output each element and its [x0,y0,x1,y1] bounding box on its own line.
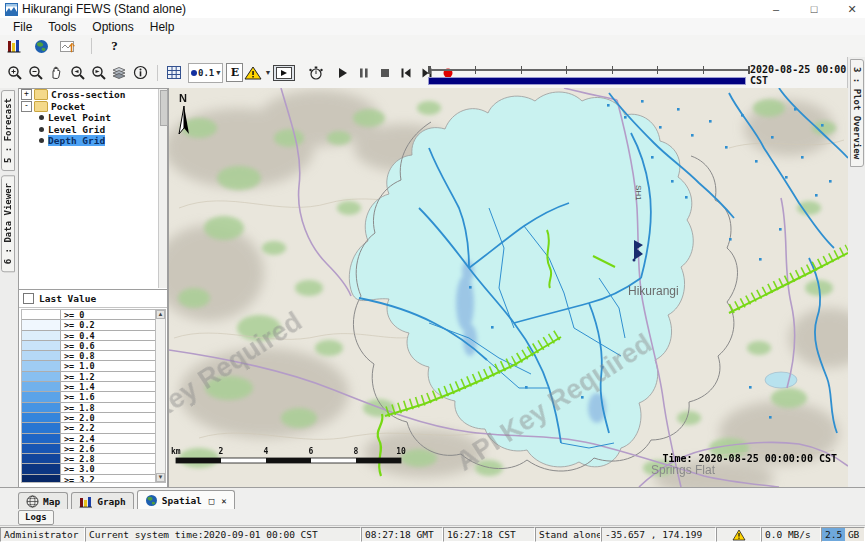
left-tab-strip: 5 : Forecast 6 : Data Viewer [0,88,19,487]
map-view[interactable]: SH1 API Key Required API Key Required Hi… [168,88,848,487]
tab-graph[interactable]: Graph [71,492,134,510]
timeseries-chart-icon[interactable] [58,35,79,57]
legend-toggle-button[interactable]: E [226,63,243,82]
svg-text:8: 8 [354,447,359,456]
legend-row: >= 2.4 [22,434,157,444]
tab-spatial-label: Spatial [162,495,202,506]
play-button-icon[interactable] [332,62,353,84]
legend-row-label: >= 2.8 [61,454,157,463]
layers-icon[interactable] [109,62,130,84]
stop-button-icon[interactable] [374,62,395,84]
tree-item-level-point[interactable]: Level Point [19,112,167,124]
tree-item-level-grid[interactable]: Level Grid [19,124,167,136]
tab-graph-label: Graph [97,496,126,507]
last-value-checkbox[interactable] [23,293,34,304]
status-system-time: Current system time:2020-09-01 00:00 CST [85,527,361,542]
animation-settings-icon[interactable] [305,62,326,84]
globe-spatial-icon[interactable] [31,35,52,57]
tab-spatial[interactable]: Spatial □ ✕ [137,490,235,510]
map-time-label: Time: 2020-08-25 00:00:00 CST [662,453,837,464]
database-explorer-icon[interactable] [4,35,25,57]
legend-color-swatch [22,475,61,483]
map-canvas[interactable]: SH1 API Key Required API Key Required Hi… [169,88,848,487]
animation-movie-icon[interactable] [271,62,297,84]
legend-color-swatch [22,423,61,432]
menu-file[interactable]: File [5,19,40,35]
tab-plot-overview[interactable]: 3 : Plot Overview [850,59,864,167]
folder-icon [34,89,48,100]
scroll-down-icon[interactable]: ▼ [156,473,165,482]
legend-row: >= 0.4 [22,331,157,341]
legend-color-swatch [22,434,61,443]
node-bullet-icon [39,138,44,143]
scroll-up-icon[interactable]: ▲ [156,310,165,319]
grid-display-icon[interactable] [164,62,185,84]
float-panel-icon[interactable]: □ [209,496,214,506]
logs-button[interactable]: Logs [18,510,54,525]
legend-row-label: >= 1.0 [61,361,157,370]
legend-row: >= 1.6 [22,392,157,402]
menu-options[interactable]: Options [84,19,141,35]
tab-map[interactable]: Map [18,492,68,510]
legend-table: >= 0>= 0.2>= 0.4>= 0.6>= 0.8>= 1.0>= 1.2… [21,309,158,483]
tree-item-pocket[interactable]: -Pocket [19,101,167,113]
legend-row: >= 3.2 [22,475,157,483]
folder-icon [34,101,48,112]
legend-color-swatch [22,361,61,370]
close-button[interactable]: ✕ [845,3,859,16]
zoom-previous-icon[interactable] [67,62,88,84]
legend-row-label: >= 1.2 [61,372,157,381]
place-label: Springs Flat [651,463,716,477]
tree-expander-icon[interactable]: - [21,101,32,112]
tree-expander-icon[interactable]: + [21,89,32,100]
menu-tools[interactable]: Tools [40,19,84,35]
tab-data-viewer[interactable]: 6 : Data Viewer [1,175,15,272]
status-user: Administrator [0,527,85,542]
legend-row-label: >= 2.4 [61,434,157,443]
legend-row-label: >= 3.2 [61,475,157,483]
pause-button-icon[interactable] [353,62,374,84]
legend-row: >= 0.8 [22,351,157,361]
minimize-button[interactable]: – [769,3,783,15]
legend-row-label: >= 2.6 [61,444,157,453]
legend-scrollbar[interactable]: ▲ ▼ [155,309,166,483]
tab-forecast[interactable]: 5 : Forecast [1,90,15,171]
node-bullet-icon [39,127,44,132]
close-panel-icon[interactable]: ✕ [221,496,226,506]
step-first-icon[interactable] [395,62,416,84]
zoom-out-icon[interactable] [25,62,46,84]
filter-tree: +Cross-section-PocketLevel PointLevel Gr… [19,89,167,289]
class-break-selector[interactable]: 0.1 ▼ [188,63,223,83]
tree-item-cross-section[interactable]: +Cross-section [19,89,167,101]
legend-row-label: >= 0.6 [61,341,157,350]
legend-panel: Last Value >= 0>= 0.2>= 0.4>= 0.6>= 0.8>… [19,289,167,487]
status-local-time: 16:27:18 CST [443,527,535,542]
time-slider[interactable] [428,60,746,84]
legend-row: >= 1.4 [22,382,157,392]
pan-hand-icon[interactable] [46,62,67,84]
zoom-next-icon[interactable] [88,62,109,84]
application-window: Hikurangi FEWS (Stand alone) – □ ✕ FileT… [0,0,865,542]
chevron-down-icon: ▼ [216,69,220,77]
status-memory[interactable]: 2.5 GB [821,527,865,542]
svg-text:10: 10 [396,447,406,456]
maximize-button[interactable]: □ [807,3,821,15]
legend-row: >= 2.2 [22,423,157,433]
legend-row-label: >= 0 [61,310,157,319]
zoom-in-icon[interactable] [4,62,25,84]
legend-row-label: >= 0.2 [61,320,157,329]
view-tab-bar: Map Graph Spatial □ ✕ [0,487,865,510]
menu-help[interactable]: Help [142,19,183,35]
logs-row: Logs [0,509,865,525]
status-warning[interactable] [716,527,761,542]
time-slider-range-bar[interactable] [428,77,746,85]
tree-scrollbar[interactable] [158,89,167,288]
tree-item-depth-grid[interactable]: Depth Grid [19,135,167,147]
warning-threshold-icon[interactable]: ▼ [243,62,271,84]
time-slider-track[interactable] [428,66,750,74]
help-button[interactable]: ? [104,35,125,57]
info-icon[interactable] [130,62,151,84]
legend-color-swatch [22,392,61,401]
legend-row: >= 2.6 [22,444,157,454]
tree-item-label: Depth Grid [48,135,105,146]
